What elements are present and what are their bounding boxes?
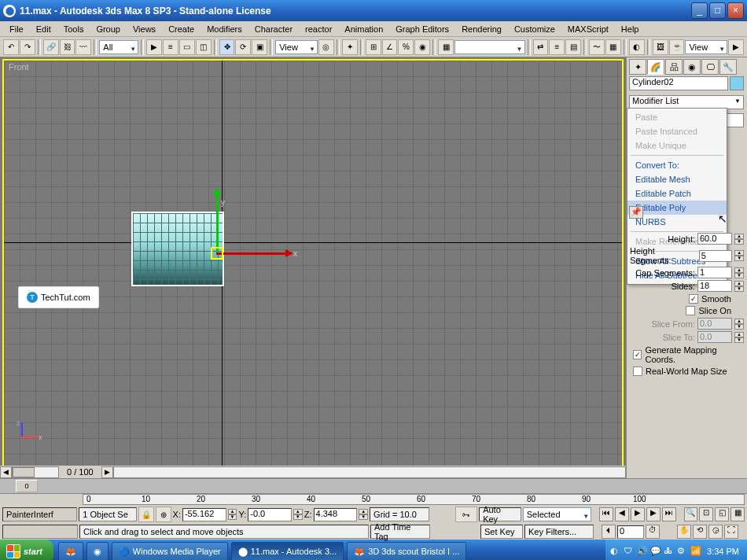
- spinner-snap-button[interactable]: ◉: [414, 39, 430, 55]
- object-name-field[interactable]: Cylinder02: [629, 76, 728, 90]
- schematic-button[interactable]: ▦: [605, 39, 621, 55]
- percent-snap-button[interactable]: %: [398, 39, 414, 55]
- viewport-front[interactable]: Front y x T TechTut.com z x: [2, 59, 624, 476]
- set-key-button[interactable]: Set Key: [480, 525, 523, 539]
- height-segments-spinner[interactable]: 5: [699, 250, 733, 262]
- zoom-button[interactable]: 🔍: [684, 507, 698, 521]
- menu-reactor[interactable]: reactor: [299, 23, 338, 35]
- tray-icon-7[interactable]: 📶: [690, 546, 701, 557]
- fov-button[interactable]: ◶: [708, 525, 723, 539]
- window-crossing-button[interactable]: ◫: [196, 39, 212, 55]
- hseg-up[interactable]: ▲: [734, 250, 744, 256]
- bind-spacewarp-button[interactable]: 〰: [75, 39, 91, 55]
- tab-utilities[interactable]: 🔧: [719, 59, 737, 75]
- tray-icon-6[interactable]: ⚙: [677, 546, 688, 557]
- menu-tools[interactable]: Tools: [57, 23, 90, 35]
- tray-icon-5[interactable]: 🖧: [664, 546, 675, 557]
- task-3dsmax[interactable]: ⬤ 11.max - Autodesk 3...: [231, 542, 344, 560]
- y-dn[interactable]: ▼: [293, 514, 303, 520]
- zoom-extents-all-button[interactable]: ▦: [730, 507, 745, 521]
- real-world-checkbox[interactable]: [633, 367, 642, 376]
- pivot-button[interactable]: ◎: [318, 39, 334, 55]
- menu-modifiers[interactable]: Modifiers: [201, 23, 248, 35]
- pan-button[interactable]: ✋: [677, 525, 691, 539]
- y-coord-field[interactable]: -0.0: [248, 508, 292, 521]
- key-step-back-button[interactable]: ⏴: [602, 525, 616, 539]
- tray-icon-4[interactable]: 💬: [650, 546, 661, 557]
- quicklaunch-app[interactable]: ◉: [86, 542, 109, 560]
- tab-hierarchy[interactable]: 品: [665, 59, 683, 75]
- object-color-swatch[interactable]: [730, 76, 744, 90]
- cseg-up[interactable]: ▲: [734, 267, 744, 273]
- next-frame-button[interactable]: ▶: [646, 507, 661, 521]
- x-up[interactable]: ▲: [228, 509, 237, 514]
- height-dn[interactable]: ▼: [734, 239, 744, 245]
- scale-button[interactable]: ▣: [252, 39, 267, 55]
- select-by-name-button[interactable]: ≡: [163, 39, 178, 55]
- cap-segments-spinner[interactable]: 1: [697, 267, 732, 278]
- height-spinner[interactable]: 60.0: [697, 233, 732, 245]
- time-slider-thumb[interactable]: 0: [16, 480, 38, 492]
- rotate-button[interactable]: ⟳: [235, 39, 251, 55]
- arc-rotate-button[interactable]: ⟲: [693, 525, 707, 539]
- slice-on-checkbox[interactable]: [686, 306, 695, 315]
- tray-icon-2[interactable]: 🛡: [624, 546, 635, 557]
- quicklaunch-firefox[interactable]: 🦊: [58, 542, 83, 560]
- time-slider[interactable]: 0: [0, 479, 747, 493]
- gizmo-center[interactable]: [211, 247, 223, 260]
- start-button[interactable]: start: [0, 540, 53, 560]
- render-button[interactable]: ▶: [728, 39, 744, 55]
- redo-button[interactable]: ↷: [20, 39, 35, 55]
- auto-key-button[interactable]: Auto Key: [479, 507, 521, 521]
- x-dn[interactable]: ▼: [228, 514, 237, 520]
- menu-character[interactable]: Character: [248, 23, 299, 35]
- tab-motion[interactable]: ◉: [683, 59, 701, 75]
- play-button[interactable]: ▶: [631, 507, 645, 521]
- smooth-checkbox[interactable]: ✓: [689, 294, 698, 304]
- zoom-extents-button[interactable]: ◱: [715, 507, 729, 521]
- scroll-left-button[interactable]: ◀: [0, 466, 12, 478]
- menu-edit[interactable]: Edit: [30, 23, 57, 35]
- time-config-button[interactable]: ⏱: [646, 525, 660, 539]
- selection-filter-combo[interactable]: All: [99, 40, 138, 54]
- zoom-all-button[interactable]: ⊡: [699, 507, 713, 521]
- tab-modify[interactable]: 🌈: [647, 59, 664, 75]
- menu-group[interactable]: Group: [90, 23, 127, 35]
- render-view-combo[interactable]: View: [685, 40, 727, 54]
- select-manipulate-button[interactable]: ✦: [342, 39, 358, 55]
- goto-start-button[interactable]: ⏮: [599, 507, 613, 521]
- menu-animation[interactable]: Animation: [338, 23, 389, 35]
- sides-up[interactable]: ▲: [734, 281, 744, 286]
- angle-snap-button[interactable]: ∠: [382, 39, 398, 55]
- task-browser[interactable]: 🦊 3D 3ds scout Bristol I ...: [347, 542, 466, 560]
- minimize-button[interactable]: _: [691, 2, 708, 19]
- key-filters-button[interactable]: Key Filters...: [524, 525, 594, 539]
- quick-render-button[interactable]: ☕: [669, 39, 685, 55]
- maximize-button[interactable]: □: [709, 2, 726, 19]
- tray-icon-1[interactable]: ◐: [610, 546, 621, 557]
- scroll-right-button[interactable]: ▶: [101, 466, 113, 478]
- cseg-dn[interactable]: ▼: [734, 273, 744, 278]
- menu-rendering[interactable]: Rendering: [455, 23, 508, 35]
- menu-help[interactable]: Help: [615, 23, 646, 35]
- layers-button[interactable]: ▤: [565, 39, 581, 55]
- snap-button[interactable]: ⊞: [366, 39, 381, 55]
- gen-mapping-checkbox[interactable]: ✓: [633, 350, 642, 359]
- sides-spinner[interactable]: 18: [697, 280, 732, 292]
- named-selection-edit-button[interactable]: ▦: [438, 39, 454, 55]
- goto-end-button[interactable]: ⏭: [662, 507, 676, 521]
- tab-display[interactable]: 🖵: [701, 59, 719, 75]
- close-button[interactable]: ×: [727, 2, 744, 19]
- pin-stack-button[interactable]: 📌: [629, 206, 643, 219]
- cm-editable-patch[interactable]: Editable Patch: [627, 186, 727, 201]
- refcoord-combo[interactable]: View: [275, 40, 318, 54]
- clock[interactable]: 3:34 PM: [704, 547, 742, 556]
- cm-editable-mesh[interactable]: Editable Mesh: [627, 172, 727, 186]
- prev-frame-button[interactable]: ◀: [615, 507, 629, 521]
- key-mode-button[interactable]: 🗝: [455, 507, 477, 522]
- render-scene-button[interactable]: 🖼: [653, 39, 668, 55]
- curve-editor-button[interactable]: 〜: [589, 39, 605, 55]
- absolute-relative-button[interactable]: ⊕: [156, 507, 171, 522]
- maxmin-viewport-button[interactable]: ⛶: [724, 525, 738, 539]
- select-region-button[interactable]: ▭: [179, 39, 195, 55]
